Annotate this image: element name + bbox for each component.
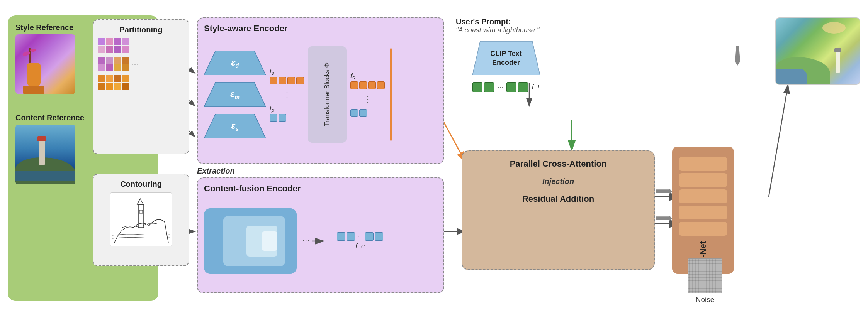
fs-out-tokens: fs (350, 72, 385, 89)
fp-out-tokens (350, 109, 385, 117)
unet-block: U-Net (672, 147, 734, 274)
arrow-injection-unet-1 (656, 188, 672, 194)
noise-image (688, 258, 722, 293)
clip-encoder: CLIP Text Encoder (472, 41, 540, 75)
fs-tokens: fs (270, 68, 304, 84)
injection-label: Injection (542, 177, 574, 186)
residual-label: Residual Addition (522, 194, 594, 204)
main-layout: Style Reference Content Reference (0, 0, 868, 319)
style-encoder-title: Style-aware Encoder (204, 24, 437, 34)
svg-rect-26 (139, 210, 143, 213)
partitioning-title: Partitioning (98, 25, 184, 34)
epsilon-d-encoder: εd (204, 51, 266, 75)
fp-tokens: fp (270, 105, 304, 122)
prompt-block: User's Prompt: "A coast with a lighthous… (456, 17, 556, 34)
epsilon-m-encoder: εm (204, 82, 266, 107)
style-ref-image (15, 34, 75, 94)
prompt-quote: "A coast with a lighthouse." (456, 26, 556, 34)
injection-box: Parallel Cross-Attention Injection Resid… (462, 150, 655, 270)
part-row-1: ··· (98, 38, 184, 53)
content-encoder-box: Content-fusion Encoder (197, 177, 444, 293)
style-encoder-box: Style-aware Encoder εd (197, 17, 444, 164)
svg-line-23 (769, 85, 788, 197)
noise-label: Noise (696, 295, 715, 304)
ft-label: f_t (532, 83, 540, 91)
clip-encoder-label: CLIP Text Encoder (479, 49, 533, 68)
whole-diagram: Style Reference Content Reference (8, 8, 860, 311)
clip-section: User's Prompt: "A coast with a lighthous… (456, 17, 556, 92)
cross-attention-label: Parallel Cross-Attention (510, 159, 607, 169)
output-image (775, 17, 860, 85)
transformer-block: Transformer Blocks Φ (308, 46, 347, 143)
transformer-label: Transformer Blocks Φ (323, 62, 332, 126)
fc-label: f_c (337, 242, 383, 250)
epsilon-s-encoder: εs (204, 114, 266, 138)
partitioning-block: Partitioning ··· (93, 19, 189, 154)
fc-tokens: ··· f_c (337, 232, 383, 250)
part-row-3: ··· (98, 75, 184, 90)
prompt-prefix: User's Prompt: (456, 17, 556, 26)
ft-tokens-row: ··· f_t (472, 82, 539, 92)
svg-text:···: ··· (302, 235, 309, 245)
contouring-block: Contouring (93, 174, 189, 266)
content-ref-image (15, 125, 75, 184)
svg-marker-25 (137, 199, 143, 204)
noise-block: Noise (688, 258, 722, 304)
arrow-unet-output (735, 46, 740, 66)
part-row-2: ··· (98, 57, 184, 71)
svg-rect-33 (262, 231, 277, 251)
contouring-title: Contouring (120, 180, 162, 189)
content-unet-shape: ··· (204, 204, 331, 278)
extraction-label: Extraction (197, 167, 235, 176)
content-encoder-title: Content-fusion Encoder (204, 184, 437, 194)
contour-sketch (110, 192, 172, 246)
arrow-injection-unet-2 (656, 215, 672, 221)
